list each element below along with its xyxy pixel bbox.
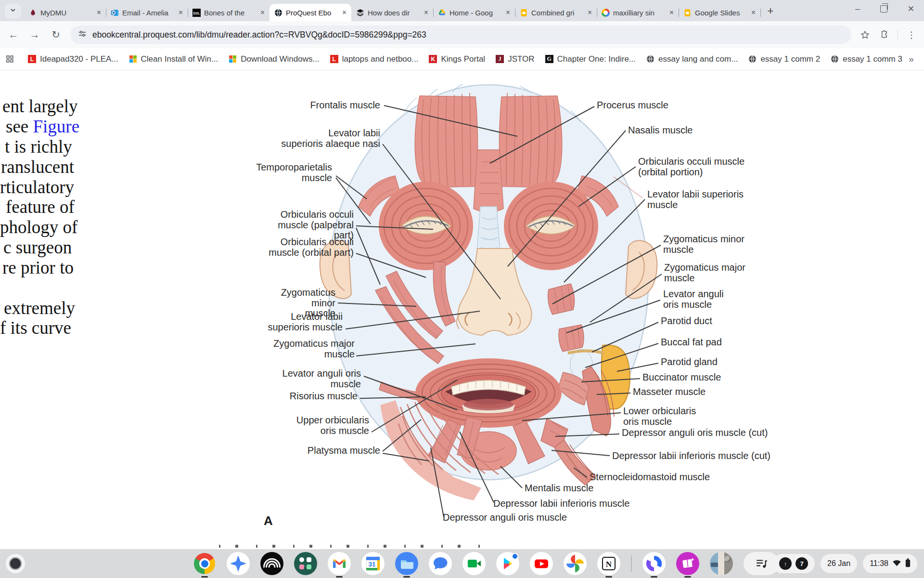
tab-mydmu[interactable]: MyDMU ✕ bbox=[24, 4, 106, 21]
tab-google-slides[interactable]: Google Slides ✕ bbox=[679, 4, 760, 21]
arcs-app-icon[interactable] bbox=[260, 552, 283, 575]
notification-dot bbox=[512, 553, 518, 560]
bookmark-download-windows[interactable]: Download Windows... bbox=[224, 52, 323, 67]
tab-close-icon[interactable]: ✕ bbox=[749, 9, 757, 17]
meet-app-icon[interactable] bbox=[462, 552, 486, 575]
bookmark-ideapad[interactable]: L Ideapad320 - PLEA... bbox=[24, 52, 123, 67]
menu-dots-icon[interactable]: ⋮ bbox=[906, 29, 917, 40]
tab-drive[interactable]: Home - Goog ✕ bbox=[433, 4, 515, 21]
chrome-app-icon[interactable] bbox=[193, 552, 216, 575]
google-slides-favicon bbox=[520, 9, 528, 17]
bookmarks-overflow-chevron[interactable]: » bbox=[909, 54, 921, 65]
window-controls: – ✕ bbox=[855, 4, 914, 14]
gmail-app-icon[interactable] bbox=[328, 552, 351, 575]
copilot-app-icon[interactable] bbox=[642, 552, 666, 575]
new-tab-button[interactable]: + bbox=[763, 4, 778, 18]
notion-icon: N bbox=[597, 552, 620, 575]
tab-title: Bones of the bbox=[204, 9, 255, 17]
reader-page: ent largely see Figure t is richly ransl… bbox=[0, 71, 924, 549]
tab-close-icon[interactable]: ✕ bbox=[667, 9, 676, 17]
globe-favicon bbox=[748, 55, 757, 63]
minimize-icon[interactable]: – bbox=[855, 4, 860, 14]
apps-grid-icon[interactable] bbox=[6, 55, 14, 63]
figure-link[interactable]: Figure bbox=[33, 117, 80, 136]
bookmark-chapter-one[interactable]: G Chapter One: Indire... bbox=[541, 52, 640, 67]
extensions-icon[interactable] bbox=[878, 29, 890, 40]
label-depressor-anguli-cut: Depressor anguli oris muscle (cut) bbox=[622, 428, 768, 438]
arcs-icon bbox=[260, 552, 283, 575]
d2l-favicon: D2L bbox=[192, 9, 201, 17]
tab-close-icon[interactable]: ✕ bbox=[586, 9, 594, 17]
tab-title: Google Slides bbox=[695, 9, 746, 17]
notifications-pill[interactable]: ↑ 7 bbox=[772, 554, 815, 573]
tab-combined[interactable]: Combined gri ✕ bbox=[515, 4, 597, 21]
bookmark-laptops[interactable]: L laptops and netboo... bbox=[326, 52, 423, 67]
copilot-swirl-icon bbox=[642, 552, 666, 575]
bookmark-jstor[interactable]: J JSTOR bbox=[491, 52, 539, 67]
tab-close-icon[interactable]: ✕ bbox=[340, 9, 348, 17]
panel-letter: A bbox=[264, 513, 273, 528]
restore-icon[interactable] bbox=[880, 5, 887, 13]
tab-close-icon[interactable]: ✕ bbox=[258, 9, 267, 17]
site-info-icon[interactable] bbox=[78, 29, 87, 40]
tab-how-does[interactable]: How does dir ✕ bbox=[351, 4, 433, 21]
bookmark-label: Download Windows... bbox=[241, 54, 319, 64]
label-depressor-labii-cut: Depressor labii inferioris muscle (cut) bbox=[612, 451, 770, 461]
forward-button[interactable]: → bbox=[28, 29, 41, 40]
bookmark-clean-install[interactable]: Clean Install of Win... bbox=[125, 52, 223, 67]
jstor-favicon: J bbox=[496, 55, 504, 63]
tab-email[interactable]: Email - Amelia ✕ bbox=[106, 4, 188, 21]
notification-count-badge: 7 bbox=[796, 557, 808, 570]
youtube-icon bbox=[530, 552, 553, 575]
calendar-app-icon[interactable]: 31 bbox=[361, 552, 385, 575]
close-icon[interactable]: ✕ bbox=[908, 4, 914, 14]
layers-favicon bbox=[356, 9, 364, 17]
photos-app-icon[interactable] bbox=[564, 552, 587, 575]
label-nasalis: Nasalis muscle bbox=[628, 125, 693, 136]
label-temporoparietalis: Temporoparietalis muscle bbox=[256, 162, 332, 183]
launcher-button[interactable] bbox=[6, 554, 25, 573]
status-area: ↑ 7 26 Jan 11:38 bbox=[772, 554, 917, 573]
youtube-app-icon[interactable] bbox=[530, 552, 553, 575]
tab-close-icon[interactable]: ✕ bbox=[422, 9, 430, 17]
screenshots-tote-button[interactable] bbox=[710, 552, 733, 575]
label-levator-labii-alaeque: Levator labii superioris alaeque nasi bbox=[281, 128, 380, 149]
google-slides-favicon bbox=[683, 9, 692, 17]
time-status-pill[interactable]: 11:38 bbox=[863, 554, 917, 573]
tab-maxilliary[interactable]: maxilliary sin ✕ bbox=[597, 4, 679, 21]
bookmark-essay-1-comm-3[interactable]: essay 1 comm 3 bbox=[826, 52, 907, 67]
caption-cut-off bbox=[219, 545, 488, 548]
label-orbicularis-orbital-portion: Orbicularis occuli muscle (orbital porti… bbox=[638, 157, 744, 177]
play-store-app-icon[interactable] bbox=[496, 552, 519, 575]
body-text-line: f its curve bbox=[0, 317, 71, 338]
tab-search-button[interactable] bbox=[5, 4, 21, 18]
gemini-app-icon[interactable] bbox=[227, 552, 250, 575]
files-app-icon[interactable] bbox=[395, 552, 418, 575]
magic-book-app-icon[interactable] bbox=[676, 552, 699, 575]
address-bar[interactable]: ebookcentral.proquest.com/lib/dmu/reader… bbox=[70, 26, 851, 44]
bookmark-essay-1-comm-2[interactable]: essay 1 comm 2 bbox=[744, 52, 824, 67]
body-text-line: phology of bbox=[0, 217, 77, 237]
back-button[interactable]: ← bbox=[7, 29, 20, 40]
messages-app-icon[interactable] bbox=[429, 552, 452, 575]
bookmark-essay-lang[interactable]: essay lang and com... bbox=[642, 52, 742, 67]
bookmark-kings-portal[interactable]: K Kings Portal bbox=[424, 52, 489, 67]
label-levator-anguli-oris-left: Levator anguli oris muscle bbox=[260, 368, 361, 389]
tab-proquest-active[interactable]: ProQuest Ebo ✕ bbox=[270, 4, 351, 21]
date-pill[interactable]: 26 Jan bbox=[821, 554, 857, 573]
svg-text:31: 31 bbox=[369, 561, 375, 568]
tab-close-icon[interactable]: ✕ bbox=[504, 9, 512, 17]
url-text[interactable]: ebookcentral.proquest.com/lib/dmu/reader… bbox=[92, 30, 426, 40]
facial-muscles-figure: Frontalis muscle Levator labii superiori… bbox=[260, 82, 876, 540]
reload-button[interactable]: ↻ bbox=[49, 29, 63, 40]
tab-close-icon[interactable]: ✕ bbox=[177, 9, 185, 17]
bookmark-star-icon[interactable] bbox=[859, 29, 871, 40]
google-drive-favicon bbox=[438, 9, 446, 17]
shapes-app-icon[interactable] bbox=[294, 552, 317, 575]
chevron-down-icon bbox=[10, 7, 16, 15]
orbicularis-oculi-left bbox=[379, 182, 473, 270]
label-levator-labii-superioris-right: Levator labii superioris muscle bbox=[647, 189, 744, 210]
notion-app-icon[interactable]: N bbox=[597, 552, 620, 575]
tab-close-icon[interactable]: ✕ bbox=[95, 9, 103, 17]
tab-bones[interactable]: D2L Bones of the ✕ bbox=[188, 4, 270, 21]
